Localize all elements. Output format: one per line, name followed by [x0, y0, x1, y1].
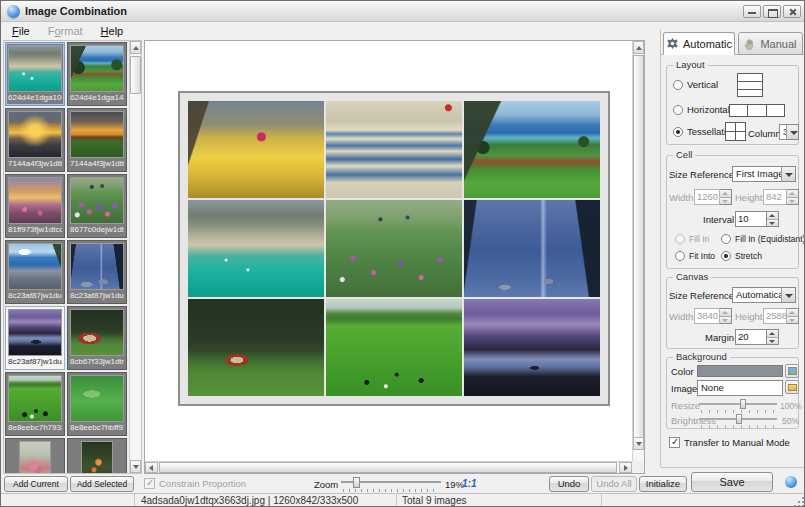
- zoom-slider-thumb[interactable]: [353, 477, 360, 488]
- scrollbar-thumb[interactable]: [130, 56, 141, 94]
- sidebar-scrollbar[interactable]: [129, 41, 141, 473]
- flower-meadow-image[interactable]: [326, 200, 462, 297]
- spinner-arrows-icon[interactable]: [787, 308, 799, 324]
- tessellation-radio[interactable]: [673, 127, 683, 137]
- transfer-manual-mode-checkbox[interactable]: [669, 437, 680, 448]
- spinner-arrows-icon[interactable]: [787, 189, 799, 205]
- undo-all-button[interactable]: Undo All: [591, 476, 637, 492]
- purple-dusk-lake-image[interactable]: [464, 299, 600, 396]
- fill-in-equidistant-radio[interactable]: [721, 234, 731, 244]
- slider-thumb[interactable]: [736, 414, 742, 424]
- minimize-button[interactable]: [743, 5, 761, 18]
- thumbnail-item[interactable]: [67, 438, 127, 473]
- thumbnail-item[interactable]: 7144a4f3jw1dtb..: [5, 108, 65, 172]
- dropdown-arrow-icon[interactable]: [781, 167, 795, 181]
- tab-automatic[interactable]: Automatic: [663, 32, 735, 55]
- stretch-radio[interactable]: [721, 251, 731, 261]
- background-color-swatch[interactable]: [697, 365, 783, 377]
- cow-pasture-image[interactable]: [326, 299, 462, 396]
- fit-into-radio[interactable]: [675, 251, 685, 261]
- thumbnail-item[interactable]: 624d4e1dga104..: [5, 42, 65, 106]
- canvas-width-spinner[interactable]: 3840: [694, 308, 732, 324]
- spinner-arrows-icon[interactable]: [767, 211, 779, 227]
- thumbnail-item[interactable]: 8e8eebc7h7938..: [5, 372, 65, 436]
- columns-dropdown[interactable]: 3: [779, 124, 799, 140]
- actual-size-button[interactable]: 1:1: [462, 478, 476, 489]
- thumbnail-item[interactable]: 8c23af87jw1du0..: [5, 240, 65, 304]
- initialize-button[interactable]: Initialize: [639, 476, 687, 492]
- scroll-up-arrow[interactable]: [130, 41, 141, 54]
- thumbnail-item[interactable]: 8cb67f33jw1dtm..: [67, 306, 127, 370]
- thumbnail-item[interactable]: 81ff973fjw1dtcc..: [5, 174, 65, 238]
- dropdown-arrow-icon[interactable]: [781, 288, 795, 302]
- save-button[interactable]: Save: [691, 472, 773, 492]
- fill-in-option[interactable]: Fill In: [675, 234, 709, 244]
- cell-size-reference-dropdown[interactable]: First Image: [732, 166, 796, 182]
- scroll-down-arrow[interactable]: [130, 460, 141, 473]
- interval-spinner[interactable]: 10: [735, 211, 779, 227]
- brightness-slider[interactable]: [699, 413, 777, 425]
- browse-image-button[interactable]: [785, 380, 799, 394]
- scrollbar-thumb[interactable]: [159, 462, 617, 473]
- scrollbar-thumb[interactable]: [633, 55, 644, 445]
- slider-thumb[interactable]: [740, 399, 746, 409]
- stretch-option[interactable]: Stretch: [721, 251, 762, 261]
- horizontal-radio[interactable]: [673, 105, 683, 115]
- add-current-image-button[interactable]: Add Current Image: [4, 476, 68, 492]
- close-button[interactable]: [783, 5, 801, 18]
- resize-grip[interactable]: [794, 496, 805, 507]
- undo-button[interactable]: Undo: [549, 476, 589, 492]
- vertical-radio[interactable]: [673, 80, 683, 90]
- scroll-left-arrow[interactable]: [145, 462, 158, 473]
- hillside-hotel-image[interactable]: [188, 299, 324, 396]
- zoom-slider[interactable]: [341, 476, 441, 490]
- scroll-up-arrow[interactable]: [633, 41, 644, 54]
- resize-slider[interactable]: [699, 398, 777, 410]
- thumbnail-item[interactable]: 624d4e1dga14b..: [67, 42, 127, 106]
- thumbnail-item[interactable]: 8c23af87jw1du0..: [5, 306, 65, 370]
- constrain-proportion-option[interactable]: Constrain Proportion: [144, 478, 246, 489]
- tropical-coast-image[interactable]: [464, 101, 600, 198]
- chinese-painting-image[interactable]: [326, 101, 462, 198]
- cell-height-spinner[interactable]: 842: [763, 189, 799, 205]
- color-picker-button[interactable]: [785, 364, 799, 378]
- status-separator: [134, 494, 135, 507]
- layout-vertical-option[interactable]: Vertical: [673, 79, 718, 90]
- vertical-scrollbar[interactable]: [632, 41, 644, 462]
- help-icon[interactable]: [785, 476, 797, 488]
- margin-spinner[interactable]: 20: [735, 329, 779, 345]
- cell-width-spinner[interactable]: 1260: [694, 189, 732, 205]
- menu-help[interactable]: Help: [92, 23, 133, 39]
- background-image-input[interactable]: None: [697, 380, 783, 396]
- scroll-down-arrow[interactable]: [633, 437, 644, 450]
- maximize-button[interactable]: [763, 5, 781, 18]
- yellow-flower-macro-image[interactable]: [188, 101, 324, 198]
- dropdown-arrow-icon[interactable]: [786, 125, 798, 139]
- thumbnail-item[interactable]: 7144a4f3jw1dtb..: [67, 108, 127, 172]
- fill-in-radio[interactable]: [675, 234, 685, 244]
- thumbnail-item[interactable]: 8c23af87jw1du0..: [67, 240, 127, 304]
- spinner-arrows-icon[interactable]: [767, 329, 779, 345]
- fit-into-option[interactable]: Fit Into: [675, 251, 715, 261]
- thumbnail-item[interactable]: 8677c0dejw1dth..: [67, 174, 127, 238]
- canvas-size-reference-dropdown[interactable]: Automatically: [732, 287, 796, 303]
- constrain-proportion-checkbox[interactable]: [144, 478, 155, 489]
- tab-manual[interactable]: Manual: [738, 32, 803, 55]
- canvas-height-spinner[interactable]: 2588: [763, 308, 799, 324]
- thumbnail-item[interactable]: 8e8eebc7hbff93..: [67, 372, 127, 436]
- thumbnail-item[interactable]: [5, 438, 65, 473]
- menu-file[interactable]: File: [3, 23, 39, 39]
- add-selected-images-button[interactable]: Add Selected Images: [70, 476, 134, 492]
- title-bar[interactable]: Image Combination: [1, 1, 805, 22]
- twilight-lake-image[interactable]: [464, 200, 600, 297]
- spinner-arrows-icon[interactable]: [720, 308, 732, 324]
- scroll-right-arrow[interactable]: [619, 462, 632, 473]
- horizontal-scrollbar[interactable]: [145, 461, 632, 473]
- layout-horizontal-option[interactable]: Horizontal: [673, 104, 730, 115]
- pink-flowers-thumbnail: [19, 441, 51, 473]
- transfer-manual-mode-option[interactable]: Transfer to Manual Mode: [669, 437, 790, 448]
- aerial-coastal-city-image[interactable]: [188, 200, 324, 297]
- fill-in-equidistant-option[interactable]: Fill In (Equidistant): [721, 234, 805, 244]
- spinner-arrows-icon[interactable]: [720, 189, 732, 205]
- menu-format[interactable]: Format: [39, 23, 92, 39]
